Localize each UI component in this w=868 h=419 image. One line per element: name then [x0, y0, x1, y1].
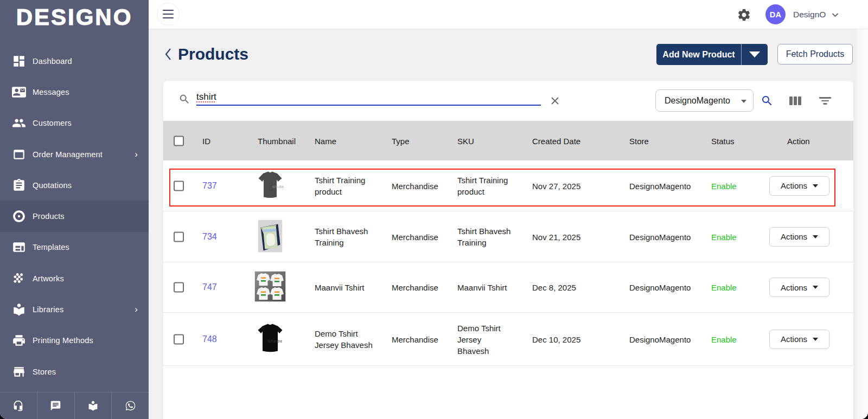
- svg-text:shutte: shutte: [272, 184, 284, 189]
- svg-text:luXandre: luXandre: [268, 339, 282, 343]
